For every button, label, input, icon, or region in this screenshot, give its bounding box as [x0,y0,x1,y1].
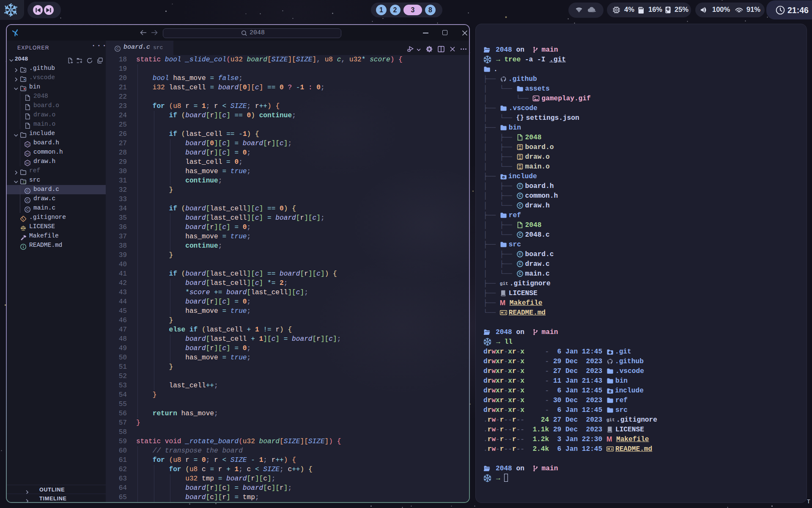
svg-text:10: 10 [518,167,521,170]
svg-text:C: C [26,198,29,202]
svg-text:C: C [518,194,521,198]
svg-text:C: C [518,204,521,208]
svg-text:H: H [26,161,29,165]
svg-text:C: C [518,233,521,237]
svg-text:C: C [26,207,29,212]
svg-text:C: C [518,272,521,276]
svg-text:10: 10 [518,147,521,150]
svg-text:C: C [116,47,119,51]
svg-text:C: C [518,184,521,188]
svg-text:C: C [26,189,29,193]
svg-text:H: H [26,143,29,146]
svg-text:(): () [23,181,26,184]
svg-text:10: 10 [518,157,521,160]
svg-text:C: C [518,262,521,266]
svg-text:C: C [518,252,521,257]
svg-text:H: H [26,152,29,156]
